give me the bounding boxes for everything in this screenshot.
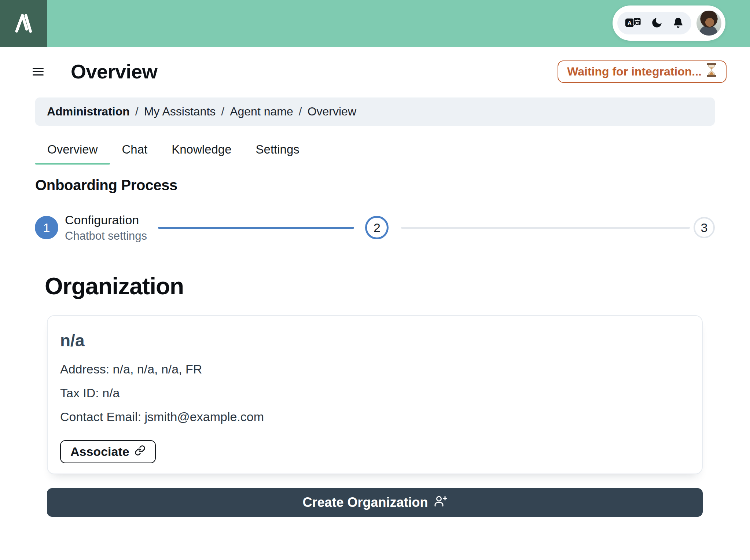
breadcrumb-separator: / [299, 105, 302, 118]
breadcrumb: Administration / My Assistants / Agent n… [35, 97, 715, 126]
page-title: Overview [71, 60, 157, 83]
organization-card: n/a Address: n/a, n/a, n/a, FR Tax ID: n… [47, 315, 703, 474]
brand-logo-icon [11, 10, 36, 37]
hourglass-icon [706, 63, 717, 80]
create-organization-label: Create Organization [302, 495, 428, 510]
tab-overview[interactable]: Overview [35, 143, 110, 165]
step-connector-active [158, 227, 354, 229]
organization-address: Address: n/a, n/a, n/a, FR [60, 362, 690, 376]
step-1-circle[interactable]: 1 [35, 216, 58, 239]
organization-tax-id: Tax ID: n/a [60, 386, 690, 400]
theme-toggle-button[interactable] [651, 16, 663, 30]
breadcrumb-separator: / [221, 105, 224, 118]
user-plus-icon [434, 494, 447, 511]
tab-bar: Overview Chat Knowledge Settings [35, 143, 750, 165]
tab-chat[interactable]: Chat [110, 143, 160, 165]
organization-heading: Organization [45, 273, 750, 300]
svg-text:A: A [628, 19, 632, 26]
bell-icon [673, 17, 684, 30]
organization-name: n/a [60, 331, 690, 350]
brand-logo[interactable] [0, 0, 47, 47]
step-connector-inactive [401, 227, 690, 229]
title-row: Overview Waiting for integration... [0, 47, 750, 83]
step-3-circle[interactable]: 3 [694, 217, 715, 238]
quick-actions-group: A [617, 12, 691, 34]
step-1-labels: Configuration Chatbot settings [65, 213, 147, 243]
topbar-actions-pill: A [613, 5, 725, 41]
link-icon [135, 445, 146, 459]
user-avatar[interactable] [696, 11, 721, 36]
moon-icon [651, 16, 663, 30]
create-organization-button[interactable]: Create Organization [47, 488, 703, 517]
topbar: A [0, 0, 750, 47]
notifications-button[interactable] [673, 17, 684, 30]
tab-knowledge[interactable]: Knowledge [159, 143, 243, 165]
status-badge-label: Waiting for integration... [567, 65, 702, 78]
tab-settings[interactable]: Settings [244, 143, 312, 165]
breadcrumb-item-agent-name[interactable]: Agent name [230, 105, 293, 118]
associate-button-label: Associate [70, 445, 129, 459]
breadcrumb-item-overview[interactable]: Overview [308, 105, 356, 118]
onboarding-heading: Onboarding Process [35, 177, 750, 194]
onboarding-stepper: 1 Configuration Chatbot settings 2 3 [35, 213, 715, 243]
associate-button[interactable]: Associate [60, 440, 156, 463]
breadcrumb-item-my-assistants[interactable]: My Assistants [144, 105, 216, 118]
translate-icon: A [625, 17, 641, 29]
step-1-subtitle: Chatbot settings [65, 229, 147, 243]
status-badge: Waiting for integration... [558, 60, 727, 83]
step-2-circle[interactable]: 2 [365, 216, 389, 239]
step-1-title: Configuration [65, 213, 147, 227]
organization-contact-email: Contact Email: jsmith@example.com [60, 410, 690, 424]
menu-toggle-button[interactable] [33, 68, 44, 75]
language-button[interactable]: A [625, 17, 641, 29]
breadcrumb-separator: / [135, 105, 139, 118]
breadcrumb-item-administration[interactable]: Administration [47, 105, 130, 118]
